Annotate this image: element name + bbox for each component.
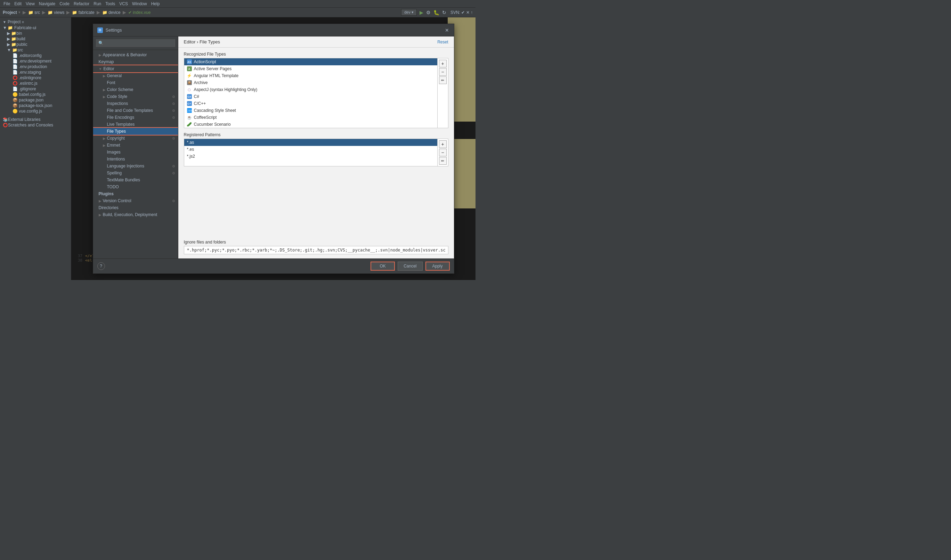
tree-src[interactable]: ▼ 📁 src [0, 47, 71, 53]
tree-bin[interactable]: ▶ 📁 bin [0, 31, 71, 36]
ok-button[interactable]: OK [370, 262, 395, 271]
ft-item-cucumber[interactable]: 🥒 Cucumber Scenario [184, 121, 437, 128]
reset-button[interactable]: Reset [437, 40, 448, 45]
code-style-gear: ⚙ [172, 95, 175, 98]
sidebar-menu-icon[interactable]: ≡ [22, 20, 24, 24]
ft-item-css[interactable]: CSS Cascading Style Sheet [184, 107, 437, 114]
tree-root[interactable]: ▼ 📁 Fabricate-ui [0, 25, 71, 31]
tree-gitignore[interactable]: 📄 .gitignore [0, 86, 71, 92]
cucumber-label: Cucumber Scenario [194, 122, 231, 127]
st-plugins[interactable]: Plugins [93, 190, 178, 197]
menu-file[interactable]: File [2, 2, 12, 6]
st-directories[interactable]: Directories [93, 204, 178, 211]
breadcrumb-views[interactable]: 📁 views [48, 10, 64, 15]
registered-patterns-list[interactable]: *.as *.es *.js2 [184, 139, 437, 166]
vc-gear: ⚙ [172, 199, 175, 203]
apply-button[interactable]: Apply [425, 262, 450, 271]
pattern-js2[interactable]: *.js2 [184, 153, 437, 160]
build-btn[interactable]: ⚙ [426, 10, 431, 15]
tree-env-dev[interactable]: 📄 .env.development [0, 58, 71, 64]
ft-item-cs[interactable]: C# C# [184, 93, 437, 100]
tree-env-stag[interactable]: 📄 .env.staging [0, 69, 71, 75]
tree-eslintrc[interactable]: ⭕ .eslintrc.js [0, 81, 71, 86]
tree-package-lock[interactable]: 📦 package-lock.json [0, 103, 71, 108]
debug-btn[interactable]: 🐛 [433, 10, 439, 15]
menu-edit[interactable]: Edit [12, 2, 24, 6]
st-code-style[interactable]: ▶ Code Style ⚙ [93, 93, 178, 100]
run-btn[interactable]: ▶ [419, 10, 423, 15]
st-spelling[interactable]: Spelling ⚙ [93, 169, 178, 177]
st-keymap[interactable]: Keymap [93, 58, 178, 65]
st-emmet[interactable]: ▶ Emmet [93, 142, 178, 149]
ft-item-cpp[interactable]: C+ C/C++ [184, 100, 437, 107]
st-live-templates[interactable]: Live Templates [93, 121, 178, 128]
breadcrumb-src[interactable]: 📁 src [28, 10, 40, 15]
settings-search-input[interactable] [96, 39, 175, 47]
menu-help[interactable]: Help [149, 2, 162, 6]
edit-filetype-btn[interactable]: ✏ [439, 77, 447, 84]
st-inspections[interactable]: Inspections ⚙ [93, 100, 178, 107]
breadcrumb-fabricate[interactable]: 📁 fabricate [72, 10, 94, 15]
tree-eslintignore[interactable]: ⭕ .eslintignore [0, 75, 71, 81]
st-version-control[interactable]: ▶ Version Control ⚙ [93, 197, 178, 204]
ft-item-actionscript[interactable]: AS ActionScript [184, 58, 437, 65]
coffee-icon: ☕ [187, 115, 192, 120]
menu-refactor[interactable]: Refactor [72, 2, 91, 6]
st-file-types[interactable]: File Types [93, 128, 178, 135]
menu-code[interactable]: Code [57, 2, 72, 6]
st-file-code-templates[interactable]: File and Code Templates ⚙ [93, 107, 178, 114]
st-general[interactable]: ▶ General [93, 72, 178, 79]
cpp-label: C/C++ [194, 101, 206, 106]
ft-item-asp[interactable]: A Active Server Pages [184, 65, 437, 72]
st-file-encodings[interactable]: File Encodings ⚙ [93, 114, 178, 121]
tree-scratches[interactable]: ⭕ Scratches and Consoles [0, 122, 71, 128]
menu-view[interactable]: View [24, 2, 37, 6]
update-btn[interactable]: ↻ [442, 10, 446, 15]
breadcrumb-device[interactable]: 📁 device [102, 10, 120, 15]
tree-env-prod[interactable]: 📄 .env.production [0, 64, 71, 69]
tree-vue-config[interactable]: 🟡 vue.config.js [0, 108, 71, 114]
close-button[interactable]: ✕ [444, 28, 450, 33]
st-font[interactable]: Font [93, 79, 178, 86]
menu-tools[interactable]: Tools [103, 2, 117, 6]
ft-item-archive[interactable]: 📦 Archive [184, 79, 437, 86]
st-language-injections[interactable]: Language Injections ⚙ [93, 163, 178, 169]
add-pattern-btn[interactable]: + [439, 140, 447, 148]
st-images[interactable]: Images [93, 149, 178, 155]
add-filetype-btn[interactable]: + [439, 60, 447, 68]
tree-editorconfig[interactable]: 📄 .editorconfig [0, 53, 71, 58]
cancel-button[interactable]: Cancel [398, 262, 422, 271]
branch-selector[interactable]: dev ▾ [401, 9, 417, 15]
recognized-file-types-list[interactable]: AS ActionScript A Active Server Pages [184, 58, 437, 128]
breadcrumb-file[interactable]: ✔ index.vue [128, 10, 151, 15]
tree-babel[interactable]: 🟡 babel.config.js [0, 92, 71, 97]
st-copyright[interactable]: ▶ Copyright ⚙ [93, 135, 178, 142]
tree-package[interactable]: 📦 package.json [0, 97, 71, 103]
st-color-scheme[interactable]: ▶ Color Scheme [93, 86, 178, 93]
st-todo[interactable]: TODO [93, 183, 178, 190]
remove-filetype-btn[interactable]: − [439, 68, 447, 76]
ignore-input[interactable] [184, 246, 448, 254]
menu-run[interactable]: Run [91, 2, 103, 6]
tree-build[interactable]: ▶ 📁 build [0, 36, 71, 42]
ft-item-coffee[interactable]: ☕ CoffeeScript [184, 114, 437, 121]
remove-pattern-btn[interactable]: − [439, 149, 447, 156]
st-textmate[interactable]: TextMate Bundles [93, 177, 178, 183]
menu-navigate[interactable]: Navigate [37, 2, 57, 6]
ft-item-aspectj[interactable]: ⬡ AspectJ (syntax Highlighting Only) [184, 86, 437, 93]
st-editor[interactable]: ▼ Editor [93, 65, 178, 72]
tree-public[interactable]: ▶ 📁 public [0, 42, 71, 47]
menu-window[interactable]: Window [130, 2, 149, 6]
edit-pattern-btn[interactable]: ✏ [439, 157, 447, 165]
tree-external-libs[interactable]: 📚 External Libraries [0, 117, 71, 122]
recognized-side-buttons: + − ✏ [437, 58, 448, 128]
st-build[interactable]: ▶ Build, Execution, Deployment [93, 211, 178, 218]
general-label: General [107, 73, 122, 78]
menu-vcs[interactable]: VCS [117, 2, 130, 6]
ft-item-angular[interactable]: ⚡ Angular HTML Template [184, 72, 437, 79]
st-intentions[interactable]: Intentions [93, 155, 178, 163]
st-appearance[interactable]: ▶ Appearance & Behavior [93, 51, 178, 58]
pattern-es[interactable]: *.es [184, 146, 437, 153]
help-button[interactable]: ? [97, 262, 105, 270]
pattern-as[interactable]: *.as [184, 139, 437, 146]
